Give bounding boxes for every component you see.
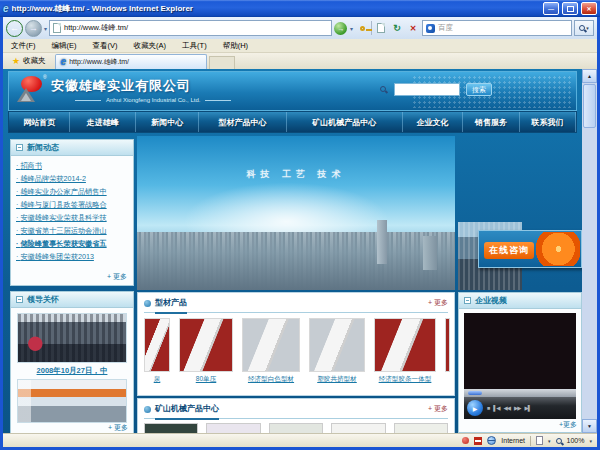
search-go-button[interactable]: ▾ [574,20,594,36]
news-link[interactable]: 雄峰与厦门县政签署战略合 [16,198,128,211]
product-thumbnail[interactable] [374,318,436,372]
close-button[interactable]: ✕ [581,2,597,15]
nav-item[interactable]: 新闻中心 [136,112,199,132]
active-tab[interactable]: e http://www.雄峰.tm/ [55,54,207,69]
news-link[interactable]: 安徽雄峰集团荣获2013 [16,250,128,263]
minimize-button[interactable]: — [543,2,559,15]
go-button[interactable]: → [334,20,348,36]
product-thumbnail[interactable] [179,318,233,372]
zoom-dropdown-icon[interactable]: ▾ [548,438,551,444]
rewind-button[interactable]: ◀◀ [503,405,509,411]
site-nav: 网站首页走进雄峰新闻中心型材产品中心矿山机械产品中心企业文化销售服务联系我们 [8,111,577,133]
change-zoom-page-icon[interactable] [536,436,543,445]
news-link[interactable]: 储险峰董事长荣获安徽省五 [16,237,128,250]
mining-thumbnail[interactable] [331,423,385,433]
product-thumbnail[interactable] [309,318,365,372]
online-consult-float[interactable]: 在线咨询 [478,230,582,268]
fast-forward-button[interactable]: ▶▶ [514,405,520,411]
nav-item[interactable]: 网站首页 [9,112,70,132]
maximize-button[interactable] [562,2,578,15]
profile-section-title: 型材产品 [155,297,187,314]
seek-handle[interactable] [468,391,482,395]
phishing-filter-icon[interactable] [462,437,469,444]
scrollbar-thumb[interactable] [583,84,596,128]
menu-item[interactable]: 帮助(H) [215,41,256,51]
leadership-photo-caption[interactable]: 2008年10月27日，中 [11,366,133,376]
section-toggle-icon [464,297,471,304]
previous-button[interactable]: ▌◀ [493,405,499,411]
address-dropdown-icon[interactable]: ▾ [350,25,353,32]
leadership-more-link[interactable]: + 更多 [108,423,128,433]
scroll-up-icon[interactable]: ▲ [582,69,597,83]
mining-thumbnail[interactable] [144,423,198,433]
back-button[interactable]: ← [6,20,23,37]
nav-item[interactable]: 型材产品中心 [199,112,286,132]
product-label[interactable]: 泉 [144,375,170,384]
nav-item[interactable]: 企业文化 [403,112,463,132]
stop-media-button[interactable]: ■ [487,405,489,411]
news-link[interactable]: 雄峰实业办公家产品销售中 [16,185,128,198]
scroll-down-icon[interactable]: ▼ [582,419,597,433]
nav-item[interactable]: 销售服务 [463,112,520,132]
maximize-icon [567,6,574,12]
news-link[interactable]: 安徽省第十三届运动会潜山 [16,224,128,237]
online-consult-label[interactable]: 在线咨询 [484,242,534,259]
mining-more-link[interactable]: + 更多 [428,404,448,414]
product-label[interactable]: 经济型白色型材 [242,375,300,384]
product-label[interactable]: 塑胶共挤型材 [309,375,365,384]
protected-mode-icon[interactable] [474,437,482,445]
browser-search-box[interactable]: 百度 [422,20,572,36]
company-name-cn: 安徽雄峰实业有限公司 [51,77,191,95]
leadership-box: 领导关怀 2008年10月27日，中 + 更多 [10,291,134,433]
mining-thumbnail[interactable] [206,423,260,433]
mining-thumbnail[interactable] [394,423,448,433]
addon-key-button[interactable] [355,20,369,36]
site-search-icon [380,86,386,92]
new-tab-stub[interactable] [209,56,235,69]
favorites-star-icon: ★ [12,57,20,66]
profile-section-header: 型材产品 + 更多 [144,297,448,313]
product-labels: 泉80单压经济型白色型材塑胶共挤型材经济型胶条一体型 [144,375,454,384]
news-link[interactable]: 招商书 [16,159,128,172]
profile-more-link[interactable]: + 更多 [428,298,448,308]
video-more-link[interactable]: +更多 [559,420,577,430]
profile-products-section: 型材产品 + 更多 泉80单压经济型白色型材塑胶共挤型材经济型胶条一体型 [137,292,455,396]
compatibility-button[interactable] [374,20,388,36]
video-screen[interactable] [464,313,576,389]
vertical-scrollbar[interactable]: ▲ ▼ [582,69,597,433]
site-search-button[interactable]: 搜索 [466,83,492,96]
menu-item[interactable]: 查看(V) [85,41,126,51]
forward-button[interactable]: → [25,20,42,37]
menu-item[interactable]: 文件(F) [3,41,44,51]
video-seek-bar[interactable] [464,389,576,397]
stop-button[interactable]: ✕ [406,20,420,36]
favorites-button[interactable]: ★ 收藏夹 [3,53,55,69]
menu-item[interactable]: 工具(T) [174,41,215,51]
leadership-photo-2[interactable] [17,379,127,423]
news-link[interactable]: 安徽雄峰实业荣获县科学技 [16,211,128,224]
hero-banner: 科技 工艺 技术 [137,136,455,290]
next-button[interactable]: ▶▌ [524,405,530,411]
news-more-link[interactable]: + 更多 [107,272,127,282]
site-search-input[interactable] [394,83,460,96]
product-thumbnail[interactable] [144,318,170,372]
history-dropdown-icon[interactable]: ▾ [44,25,47,32]
news-link[interactable]: 雄峰品牌荣获2014-2 [16,172,128,185]
zoom-level-dropdown-icon[interactable]: ▾ [589,438,592,444]
leadership-photo-1[interactable] [17,313,127,363]
menu-item[interactable]: 收藏夹(A) [126,41,175,51]
nav-item[interactable]: 矿山机械产品中心 [287,112,403,132]
nav-item[interactable]: 走进雄峰 [70,112,136,132]
mining-thumbnail[interactable] [269,423,323,433]
product-label[interactable]: 80单压 [179,375,233,384]
menu-item[interactable]: 编辑(E) [44,41,85,51]
product-thumbnail[interactable] [242,318,300,372]
status-bar: Internet ▾ 100% ▾ [3,433,597,447]
address-bar[interactable]: http://www.雄峰.tm/ [49,20,332,36]
play-button[interactable]: ▶ [467,400,483,416]
leadership-title: 领导关怀 [27,294,59,305]
nav-item[interactable]: 联系我们 [520,112,576,132]
product-label[interactable]: 经济型胶条一体型 [374,375,436,384]
video-title: 企业视频 [475,295,507,306]
refresh-button[interactable]: ↻ [390,20,404,36]
